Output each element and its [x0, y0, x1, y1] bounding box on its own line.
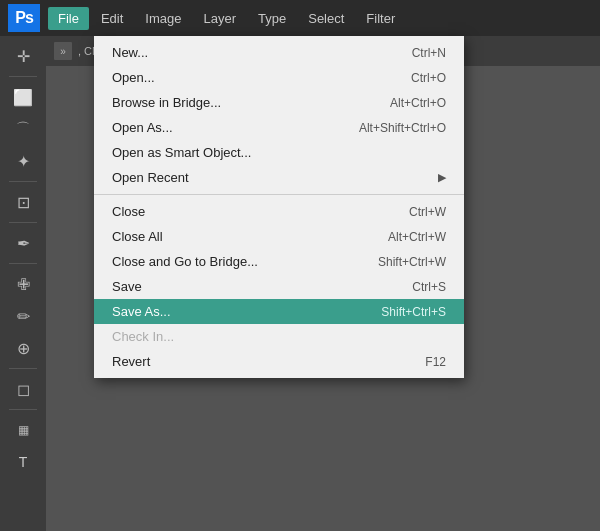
menu-select[interactable]: Select — [298, 7, 354, 30]
tool-magic-wand[interactable]: ✦ — [9, 147, 37, 175]
tool-sep-5 — [9, 368, 37, 369]
tool-lasso[interactable]: ⌒ — [9, 115, 37, 143]
menu-item-open-as[interactable]: Open As... Alt+Shift+Ctrl+O — [94, 115, 464, 140]
menu-item-revert[interactable]: Revert F12 — [94, 349, 464, 374]
menu-item-close[interactable]: Close Ctrl+W — [94, 199, 464, 224]
left-toolbar: ✛ ⬜ ⌒ ✦ ⊡ ✒ ✙ ✏ ⊕ ◻ ▦ T — [0, 36, 46, 531]
tool-brush[interactable]: ✏ — [9, 302, 37, 330]
tool-select-rect[interactable]: ⬜ — [9, 83, 37, 111]
tool-crop[interactable]: ⊡ — [9, 188, 37, 216]
menu-item-save-as[interactable]: Save As... Shift+Ctrl+S — [94, 299, 464, 324]
menu-item-close-all[interactable]: Close All Alt+Ctrl+W — [94, 224, 464, 249]
tool-clone[interactable]: ⊕ — [9, 334, 37, 362]
menu-item-new[interactable]: New... Ctrl+N — [94, 40, 464, 65]
tool-gradient[interactable]: ▦ — [9, 416, 37, 444]
menu-item-check-in: Check In... — [94, 324, 464, 349]
menu-item-close-bridge[interactable]: Close and Go to Bridge... Shift+Ctrl+W — [94, 249, 464, 274]
menu-bar: Ps File Edit Image Layer Type Select Fil… — [0, 0, 600, 36]
menu-filter[interactable]: Filter — [356, 7, 405, 30]
tool-sep-1 — [9, 76, 37, 77]
tool-sep-6 — [9, 409, 37, 410]
menu-type[interactable]: Type — [248, 7, 296, 30]
separator-1 — [94, 194, 464, 195]
menu-edit[interactable]: Edit — [91, 7, 133, 30]
tool-sep-3 — [9, 222, 37, 223]
file-dropdown-menu: New... Ctrl+N Open... Ctrl+O Browse in B… — [94, 36, 464, 378]
menu-item-open-recent[interactable]: Open Recent ▶ — [94, 165, 464, 190]
menu-file[interactable]: File — [48, 7, 89, 30]
tool-heal[interactable]: ✙ — [9, 270, 37, 298]
menu-item-browse-bridge[interactable]: Browse in Bridge... Alt+Ctrl+O — [94, 90, 464, 115]
menu-layer[interactable]: Layer — [194, 7, 247, 30]
menu-item-open-smart[interactable]: Open as Smart Object... — [94, 140, 464, 165]
menu-item-open[interactable]: Open... Ctrl+O — [94, 65, 464, 90]
ps-logo: Ps — [8, 4, 40, 32]
menu-image[interactable]: Image — [135, 7, 191, 30]
tool-sep-2 — [9, 181, 37, 182]
tool-text[interactable]: T — [9, 448, 37, 476]
tool-eyedropper[interactable]: ✒ — [9, 229, 37, 257]
tool-sep-4 — [9, 263, 37, 264]
tool-move[interactable]: ✛ — [9, 42, 37, 70]
options-chevron[interactable]: » — [54, 42, 72, 60]
tool-eraser[interactable]: ◻ — [9, 375, 37, 403]
menu-item-save[interactable]: Save Ctrl+S — [94, 274, 464, 299]
